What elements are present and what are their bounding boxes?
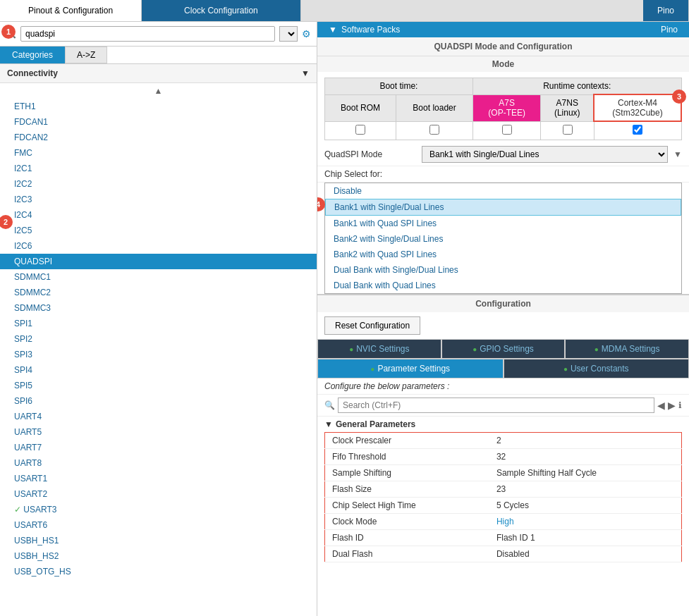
dropdown-option-1[interactable]: Bank1 with Single/Dual Lines: [325, 199, 681, 216]
chevron-down-icon-params: ▼: [324, 419, 333, 429]
sidebar-item-i2c1[interactable]: I2C1: [0, 161, 317, 176]
sidebar-item-usbh-hs1[interactable]: USBH_HS1: [0, 533, 317, 548]
gpio-dot-icon: ●: [472, 345, 477, 353]
configuration-title: Configuration: [317, 295, 689, 312]
tab-clock[interactable]: Clock Configuration: [142, 0, 301, 21]
sidebar-item-sdmmc1[interactable]: SDMMC1: [0, 269, 317, 285]
table-row: Clock Mode High: [325, 514, 682, 530]
boot-time-header: Boot time:: [325, 78, 473, 95]
param-name-chip-select-high-time: Chip Select High Time: [325, 498, 489, 514]
sidebar-item-spi5[interactable]: SPI5: [0, 378, 317, 393]
tab-mdma-settings[interactable]: ● MDMA Settings: [565, 339, 689, 359]
sidebar-item-quadspi[interactable]: QUADSPI: [0, 254, 317, 269]
search-param-icon: 🔍: [324, 400, 335, 410]
dropdown-option-4[interactable]: Bank2 with Quad SPI Lines: [325, 247, 681, 262]
software-packs-bar: ▼ Software Packs Pino: [317, 22, 689, 37]
quadspi-mode-select[interactable]: Bank1 with Single/Dual Lines: [422, 146, 668, 163]
sidebar-item-fdcan1[interactable]: FDCAN1: [0, 114, 317, 130]
param-name-sample-shifting: Sample Shifting: [325, 465, 489, 481]
sidebar-item-uart4[interactable]: UART4: [0, 409, 317, 424]
sidebar-item-sdmmc3[interactable]: SDMMC3: [0, 300, 317, 316]
sidebar-item-usart1[interactable]: USART1: [0, 471, 317, 486]
chevron-up-icon: ▲: [154, 86, 163, 96]
boot-loader-header: Boot loader: [396, 94, 473, 121]
runtime-header: Runtime contexts:: [472, 78, 681, 95]
param-search-next-icon[interactable]: ▶: [668, 400, 676, 411]
param-value-dual-flash: Disabled: [489, 546, 682, 562]
sidebar-item-uart8[interactable]: UART8: [0, 455, 317, 471]
reset-configuration-button[interactable]: Reset Configuration: [324, 316, 420, 335]
tab-categories[interactable]: Categories: [0, 47, 65, 63]
settings-tabs-row1: ● NVIC Settings ● GPIO Settings ● MDMA S…: [317, 339, 689, 359]
sidebar-item-i2c4[interactable]: I2C4: [0, 207, 317, 223]
sidebar-item-i2c2[interactable]: I2C2: [0, 176, 317, 192]
cortex-checkbox[interactable]: [633, 125, 642, 135]
sidebar-item-sdmmc2[interactable]: SDMMC2: [0, 285, 317, 300]
param-dot-icon: ●: [370, 365, 374, 373]
sidebar-item-i2c5[interactable]: I2C5: [0, 223, 317, 238]
tab-nvic-settings[interactable]: ● NVIC Settings: [317, 339, 441, 359]
dropdown-option-5[interactable]: Dual Bank with Single/Dual Lines: [325, 262, 681, 278]
search-input[interactable]: [20, 26, 275, 42]
boot-loader-checkbox-cell: [396, 121, 473, 140]
param-value-clock-mode: High: [489, 514, 682, 530]
boot-loader-checkbox[interactable]: [429, 125, 439, 135]
param-name-flash-size: Flash Size: [325, 481, 489, 498]
param-value-chip-select-high-time: 5 Cycles: [489, 498, 682, 514]
sidebar-item-i2c6[interactable]: I2C6: [0, 238, 317, 254]
user-constants-label: User Constants: [571, 364, 629, 374]
gear-icon[interactable]: ⚙: [302, 28, 311, 39]
info-icon: ℹ: [678, 400, 682, 410]
a7ns-checkbox[interactable]: [563, 125, 573, 135]
sidebar-item-usbh-hs2[interactable]: USBH_HS2: [0, 548, 317, 564]
sidebar-item-i2c3[interactable]: I2C3: [0, 192, 317, 207]
dropdown-option-3[interactable]: Bank2 with Single/Dual Lines: [325, 231, 681, 247]
param-search-prev-icon[interactable]: ◀: [657, 400, 665, 411]
callout-2: 2: [0, 215, 13, 229]
sidebar-search-bar: 🔍 ⚙: [0, 22, 317, 47]
a7ns-checkbox-cell: [541, 121, 594, 140]
tab-user-constants[interactable]: ● User Constants: [504, 359, 690, 378]
sidebar-tabs: Categories A->Z: [0, 47, 317, 64]
tab-parameter-settings[interactable]: ● Parameter Settings: [317, 359, 504, 378]
sidebar-item-uart5[interactable]: UART5: [0, 424, 317, 440]
tab-pino[interactable]: Pino: [643, 0, 689, 21]
dropdown-arrow-icon: ▼: [673, 149, 682, 159]
tab-gpio-settings[interactable]: ● GPIO Settings: [441, 339, 566, 359]
sidebar-item-spi2[interactable]: SPI2: [0, 331, 317, 347]
dropdown-option-6[interactable]: Dual Bank with Quad Lines: [325, 278, 681, 293]
connectivity-section-header[interactable]: Connectivity ▼: [0, 64, 317, 83]
connectivity-label: Connectivity: [7, 68, 58, 78]
sidebar-items-list: 2 ETH1 FDCAN1 FDCAN2 FMC I2C1 I2C2 I2C3 …: [0, 99, 317, 616]
param-name-flash-id: Flash ID: [325, 530, 489, 546]
sidebar-item-usb-otg-hs[interactable]: USB_OTG_HS: [0, 564, 317, 579]
sidebar-item-usart2[interactable]: USART2: [0, 486, 317, 502]
sidebar-item-fdcan2[interactable]: FDCAN2: [0, 130, 317, 145]
param-search-input[interactable]: [338, 398, 654, 413]
sidebar-item-spi6[interactable]: SPI6: [0, 393, 317, 409]
chevron-down-icon-packs: ▼: [329, 25, 337, 35]
table-row: Chip Select High Time 5 Cycles: [325, 498, 682, 514]
sidebar-item-usart3[interactable]: USART3: [0, 502, 317, 517]
tab-az[interactable]: A->Z: [65, 47, 107, 63]
mdma-dot-icon: ●: [595, 345, 599, 353]
main-content: 1 🔍 ⚙ Categories A->Z Connectivity ▼ ▲: [0, 22, 689, 616]
callout-3: 3: [672, 90, 686, 104]
sidebar-item-fmc[interactable]: FMC: [0, 145, 317, 161]
tab-pinout[interactable]: Pinout & Configuration: [0, 0, 142, 21]
search-dropdown[interactable]: [279, 26, 298, 42]
sidebar-item-uart7[interactable]: UART7: [0, 440, 317, 455]
sidebar-item-spi4[interactable]: SPI4: [0, 362, 317, 378]
general-params-header[interactable]: ▼ General Parameters: [324, 417, 682, 432]
top-tabs: Pinout & Configuration Clock Configurati…: [0, 0, 689, 22]
dropdown-option-0[interactable]: Disable: [325, 183, 681, 199]
a7s-checkbox[interactable]: [502, 125, 512, 135]
dropdown-option-2[interactable]: Bank1 with Quad SPI Lines: [325, 216, 681, 231]
sidebar-item-spi1[interactable]: SPI1: [0, 316, 317, 331]
sidebar-item-eth1[interactable]: ETH1: [0, 99, 317, 114]
sidebar-item-spi3[interactable]: SPI3: [0, 347, 317, 362]
table-row: Clock Prescaler 2: [325, 433, 682, 449]
callout-4: 4: [317, 197, 325, 211]
sidebar-item-usart6[interactable]: USART6: [0, 517, 317, 533]
boot-rom-checkbox[interactable]: [355, 125, 365, 135]
